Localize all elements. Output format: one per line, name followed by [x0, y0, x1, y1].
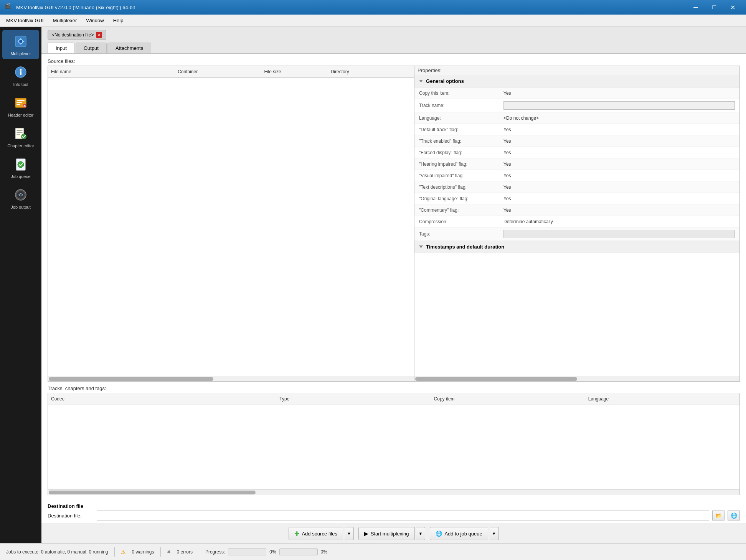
prop-label-commentary: "Commentary" flag: [419, 208, 503, 213]
col-filesize: File size [261, 68, 328, 76]
sidebar-item-job-output[interactable]: Job output [2, 183, 39, 212]
progress-label: Progress: [205, 549, 225, 555]
tracks-header: Codec Type Copy item Language [48, 393, 739, 405]
add-source-files-dropdown[interactable]: ▼ [345, 527, 354, 540]
source-files-body[interactable] [48, 78, 414, 376]
menu-window[interactable]: Window [81, 16, 108, 25]
tracks-body[interactable] [48, 405, 739, 489]
menu-multiplexer[interactable]: Multiplexer [48, 16, 82, 25]
prop-value-commentary: Yes [503, 208, 735, 213]
add-to-job-queue-button[interactable]: 🌐 Add to job queue [430, 527, 488, 540]
title-bar: 🎬 MKVToolNix GUI v72.0.0 ('Minuano (Six-… [0, 0, 746, 15]
svg-point-14 [20, 194, 22, 196]
progress-pct-2: 0% [321, 549, 327, 555]
status-separator-1 [114, 547, 115, 557]
minimize-button[interactable]: ─ [687, 2, 705, 13]
properties-content[interactable]: General options Copy this item: Yes Trac… [414, 75, 739, 381]
col-type: Type [276, 395, 431, 403]
timestamps-collapse-icon [419, 245, 423, 248]
prop-track-enabled: "Track enabled" flag: Yes [414, 135, 739, 147]
prop-language: Language: <Do not change> [414, 112, 739, 124]
start-multiplexing-dropdown[interactable]: ▼ [416, 527, 426, 540]
svg-point-3 [20, 69, 22, 71]
content-area: <No destination file> ✕ Input Output Att… [41, 27, 746, 543]
job-icon: 🌐 [436, 530, 442, 537]
properties-panel: Properties: General options Copy th [414, 66, 739, 381]
prop-label-compression: Compression: [419, 219, 503, 224]
tracks-section: Tracks, chapters and tags: Codec Type Co… [48, 385, 740, 495]
prop-label-hearing-impaired: "Hearing impaired" flag: [419, 161, 503, 167]
prop-value-hearing-impaired: Yes [503, 161, 735, 167]
prop-value-track-enabled: Yes [503, 138, 735, 144]
prop-original-language: "Original language" flag: Yes [414, 193, 739, 204]
add-source-files-button[interactable]: ✚ Add source files [289, 527, 343, 540]
destination-section-label: Destination file [48, 503, 740, 509]
sidebar-label-multiplexer: Multiplexer [10, 51, 31, 56]
properties-scrollbar-thumb [415, 377, 577, 381]
prop-label-forced-display: "Forced display" flag: [419, 150, 503, 155]
menu-mkvtoolnix[interactable]: MKVToolNix GUI [2, 16, 48, 25]
warnings-text: 0 warnings [132, 549, 154, 555]
properties-label: Properties: [418, 68, 442, 73]
prop-label-language: Language: [419, 115, 503, 121]
sidebar-item-info-tool[interactable]: Info tool [2, 61, 39, 90]
destination-tag-close[interactable]: ✕ [96, 32, 102, 38]
prop-text-descriptions: "Text descriptions" flag: Yes [414, 181, 739, 193]
tab-output[interactable]: Output [76, 43, 107, 53]
job-queue-icon [12, 156, 29, 173]
warning-icon: ⚠ [121, 549, 126, 555]
prop-hearing-impaired: "Hearing impaired" flag: Yes [414, 158, 739, 170]
source-files-scrollbar-h[interactable] [48, 376, 414, 381]
prop-value-forced-display: Yes [503, 150, 735, 155]
sidebar-item-chapter-editor[interactable]: Chapter editor [2, 122, 39, 151]
sidebar-label-header-editor: Header editor [8, 113, 34, 117]
sidebar-label-chapter-editor: Chapter editor [7, 143, 34, 148]
properties-scrollbar-h[interactable] [414, 376, 739, 381]
prop-label-track-name: Track name: [419, 103, 503, 108]
menu-help[interactable]: Help [109, 16, 128, 25]
sidebar-item-header-editor[interactable]: Header editor [2, 91, 39, 120]
destination-file-input[interactable] [97, 511, 709, 520]
timestamps-header: Timestamps and default duration [414, 241, 739, 253]
maximize-button[interactable]: □ [705, 2, 723, 13]
info-tool-icon [12, 64, 29, 81]
prop-label-original-language: "Original language" flag: [419, 196, 503, 201]
tab-input[interactable]: Input [48, 43, 75, 54]
add-source-files-label: Add source files [302, 531, 337, 537]
col-language: Language [585, 395, 739, 403]
progress-bar [228, 548, 266, 555]
progress-section: Progress: 0% 0% [205, 548, 327, 555]
col-codec: Codec [48, 395, 276, 403]
status-separator-2 [160, 547, 161, 557]
destination-globe-button[interactable]: 🌐 [728, 511, 740, 520]
destination-browse-button[interactable]: 📂 [712, 511, 725, 520]
status-bar: Jobs to execute: 0 automatic, 0 manual, … [0, 543, 746, 560]
start-multiplexing-button[interactable]: ▶ Start multiplexing [358, 527, 415, 540]
add-to-job-queue-dropdown[interactable]: ▼ [490, 527, 499, 540]
sidebar-item-job-queue[interactable]: Job queue [2, 153, 39, 182]
source-files-scrollbar-thumb [49, 377, 213, 381]
prop-label-tags: Tags: [419, 231, 503, 237]
close-button[interactable]: ✕ [724, 2, 741, 13]
prop-label-default-track: "Default track" flag: [419, 127, 503, 132]
app-title: MKVToolNix GUI v72.0.0 ('Minuano (Six-ei… [16, 5, 687, 10]
svg-rect-6 [17, 100, 25, 101]
window-controls: ─ □ ✕ [687, 2, 741, 13]
tracks-scrollbar-h[interactable] [48, 489, 739, 495]
prop-copy-item: Copy this item: Yes [414, 87, 739, 99]
col-container: Container [175, 68, 261, 76]
menu-bar: MKVToolNix GUI Multiplexer Window Help [0, 15, 746, 27]
tracks-table: Codec Type Copy item Language [48, 393, 740, 495]
prop-commentary: "Commentary" flag: Yes [414, 204, 739, 216]
sidebar-item-multiplexer[interactable]: Multiplexer [2, 30, 39, 59]
job-output-icon [12, 186, 29, 203]
prop-input-tags[interactable] [503, 230, 735, 238]
source-files-label: Source files: [48, 58, 740, 64]
source-files-panel: File name Container File size Directory [48, 66, 414, 381]
prop-input-track-name[interactable] [503, 101, 735, 110]
prop-forced-display: "Forced display" flag: Yes [414, 147, 739, 158]
jobs-text: Jobs to execute: 0 automatic, 0 manual, … [6, 549, 108, 555]
destination-section: Destination file Destination file: 📂 🌐 [41, 500, 746, 524]
tab-attachments[interactable]: Attachments [107, 43, 151, 53]
svg-point-1 [19, 40, 22, 43]
